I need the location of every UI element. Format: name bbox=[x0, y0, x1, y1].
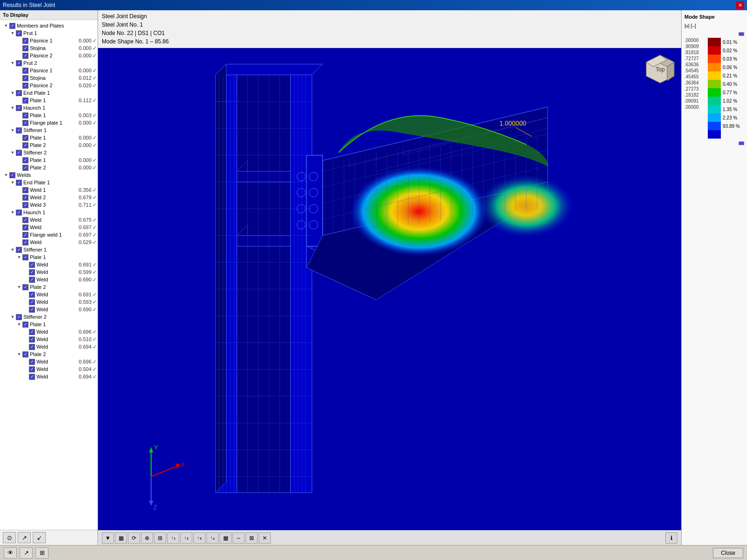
cb[interactable] bbox=[16, 105, 22, 111]
tree-prut2-stojina[interactable]: Stojina 0.012 ✓ bbox=[0, 74, 98, 82]
tree-haunch1-flangeplate1[interactable]: Flange plate 1 0.000 ✓ bbox=[0, 119, 98, 126]
view-button-2[interactable]: ↗ bbox=[18, 532, 31, 543]
axis4-btn[interactable]: ↑₄ bbox=[206, 532, 218, 544]
eye-button[interactable]: 👁 bbox=[4, 547, 17, 559]
grid2-btn[interactable]: ▦ bbox=[219, 532, 232, 544]
cb[interactable] bbox=[22, 187, 28, 193]
cb[interactable] bbox=[29, 374, 35, 380]
scroll-top[interactable] bbox=[739, 32, 744, 36]
3d-viewport[interactable]: 1.000000 bbox=[98, 48, 681, 530]
tree-welds-s2-p1-weld1[interactable]: Weld 0.696 ✓ bbox=[0, 328, 98, 336]
tree-stiffener1-plate1[interactable]: Plate 1 0.000 ✓ bbox=[0, 134, 98, 141]
tree-welds-ep1-weld2[interactable]: Weld 2 0.679 ✓ bbox=[0, 194, 98, 201]
tree-welds-s1-plate2[interactable]: ▼ Plate 2 bbox=[0, 283, 98, 291]
cb[interactable] bbox=[22, 157, 28, 163]
cb[interactable] bbox=[22, 165, 28, 171]
axis1-btn[interactable]: ↑₁ bbox=[167, 532, 179, 544]
checkbox-prut2[interactable] bbox=[16, 60, 22, 66]
cb[interactable] bbox=[22, 38, 28, 44]
cb[interactable] bbox=[22, 202, 28, 208]
cb[interactable] bbox=[22, 254, 28, 260]
tree-stiffener2-plate1[interactable]: Plate 1 0.000 ✓ bbox=[0, 156, 98, 164]
tree-welds-s1-p2-weld3[interactable]: Weld 0.690 ✓ bbox=[0, 306, 98, 313]
cb[interactable] bbox=[22, 68, 28, 74]
cross-btn[interactable]: ⊠ bbox=[246, 532, 258, 544]
arrow-button[interactable]: ↗ bbox=[20, 547, 33, 559]
cb[interactable] bbox=[16, 127, 22, 133]
tree-welds-h1-flangeweld1[interactable]: Flange weld 1 0.697 ✓ bbox=[0, 231, 98, 238]
tree-endplate1-plate1[interactable]: Plate 1 0.112 ✓ bbox=[0, 97, 98, 104]
close-button[interactable]: Close bbox=[713, 548, 743, 558]
tree-welds-s2-plate2[interactable]: ▼ Plate 2 bbox=[0, 350, 98, 358]
cube-orientation-widget[interactable]: Top bbox=[644, 53, 677, 85]
cb[interactable] bbox=[29, 329, 35, 335]
cb[interactable] bbox=[16, 180, 22, 186]
cb[interactable] bbox=[29, 292, 35, 298]
tree-stiffener2-plate2[interactable]: Plate 2 0.000 ✓ bbox=[0, 164, 98, 171]
resize-btn[interactable]: ↔ bbox=[233, 532, 245, 544]
cancel-btn[interactable]: ✕ bbox=[259, 532, 271, 544]
cb[interactable] bbox=[22, 98, 28, 104]
tree-welds-h1-weld1[interactable]: Weld 0.675 ✓ bbox=[0, 216, 98, 224]
view-button-3[interactable]: ↙ bbox=[33, 532, 46, 543]
tree-welds-s2-plate1[interactable]: ▼ Plate 1 bbox=[0, 321, 98, 328]
cb[interactable] bbox=[16, 90, 22, 96]
cb[interactable] bbox=[9, 172, 15, 178]
cb[interactable] bbox=[29, 277, 35, 283]
cb[interactable] bbox=[16, 247, 22, 253]
cb[interactable] bbox=[22, 75, 28, 81]
cb[interactable] bbox=[29, 336, 35, 343]
view-button-1[interactable]: ⊙ bbox=[3, 532, 16, 543]
cb[interactable] bbox=[29, 307, 35, 313]
tree-root-members[interactable]: ▼ Members and Plates bbox=[0, 22, 98, 29]
cb[interactable] bbox=[29, 344, 35, 350]
cb[interactable] bbox=[22, 120, 28, 126]
tree-welds-stiffener2[interactable]: ▼ Stiffener 2 bbox=[0, 313, 98, 321]
tree-welds-s2-p1-weld3[interactable]: Weld 0.694 ✓ bbox=[0, 343, 98, 350]
cb[interactable] bbox=[29, 359, 35, 365]
tree-prut2[interactable]: ▼ Prut 2 bbox=[0, 59, 98, 67]
tree-haunch1-plate1[interactable]: Plate 1 0.003 ✓ bbox=[0, 112, 98, 119]
cb[interactable] bbox=[16, 314, 22, 320]
cb[interactable] bbox=[22, 142, 28, 148]
tree-welds-s2-p1-weld2[interactable]: Weld 0.510 ✓ bbox=[0, 336, 98, 343]
tree-haunch1[interactable]: ▼ Haunch 1 bbox=[0, 104, 98, 112]
cb[interactable] bbox=[29, 366, 35, 372]
cb[interactable] bbox=[22, 351, 28, 357]
cb[interactable] bbox=[22, 135, 28, 141]
cb[interactable] bbox=[22, 195, 28, 201]
tree-welds-s1-p1-weld1[interactable]: Weld 0.691 ✓ bbox=[0, 261, 98, 268]
tree-welds-s2-p2-weld2[interactable]: Weld 0.504 ✓ bbox=[0, 365, 98, 373]
tree-welds-stiffener1[interactable]: ▼ Stiffener 1 bbox=[0, 246, 98, 253]
tree-stiffener2[interactable]: ▼ Stiffener 2 bbox=[0, 149, 98, 156]
tree-welds-h1-weld2[interactable]: Weld 0.697 ✓ bbox=[0, 224, 98, 231]
cb[interactable] bbox=[29, 269, 35, 275]
tree-welds-ep1-weld1[interactable]: Weld 1 0.356 ✓ bbox=[0, 186, 98, 194]
grid-btn[interactable]: ▦ bbox=[115, 532, 127, 544]
cb[interactable] bbox=[22, 217, 28, 223]
window-close-button[interactable]: ✕ bbox=[736, 1, 744, 9]
tree-welds-s1-p2-weld2[interactable]: Weld 0.593 ✓ bbox=[0, 298, 98, 306]
checkbox-prut1[interactable] bbox=[16, 30, 22, 36]
tree-welds-s1-p1-weld2[interactable]: Weld 0.599 ✓ bbox=[0, 268, 98, 276]
tree-prut1[interactable]: ▼ Prut 1 bbox=[0, 29, 98, 37]
cb[interactable] bbox=[22, 45, 28, 51]
axis2-btn[interactable]: ↑₂ bbox=[180, 532, 192, 544]
cb[interactable] bbox=[22, 224, 28, 231]
cb[interactable] bbox=[22, 232, 28, 238]
tree-welds-haunch1[interactable]: ▼ Haunch 1 bbox=[0, 209, 98, 216]
checkbox-members[interactable] bbox=[9, 23, 15, 29]
tree-stiffener1[interactable]: ▼ Stiffener 1 bbox=[0, 126, 98, 134]
tree-stiffener1-plate2[interactable]: Plate 2 0.000 ✓ bbox=[0, 141, 98, 149]
cb[interactable] bbox=[22, 112, 28, 119]
cb[interactable] bbox=[22, 53, 28, 59]
fit-btn[interactable]: ⊞ bbox=[154, 532, 166, 544]
tree-welds-s2-p2-weld1[interactable]: Weld 0.696 ✓ bbox=[0, 358, 98, 365]
tree-welds-s1-p1-weld3[interactable]: Weld 0.690 ✓ bbox=[0, 276, 98, 283]
tree-welds-endplate1[interactable]: ▼ End Plate 1 bbox=[0, 179, 98, 186]
tree-prut1-pasnice2[interactable]: Pásnice 2 0.000 ✓ bbox=[0, 52, 98, 59]
axis3-btn[interactable]: ↑₃ bbox=[193, 532, 205, 544]
cb[interactable] bbox=[16, 150, 22, 156]
tree-welds-s1-p2-weld1[interactable]: Weld 0.691 ✓ bbox=[0, 291, 98, 298]
tree-welds-s2-p2-weld3[interactable]: Weld 0.694 ✓ bbox=[0, 373, 98, 380]
